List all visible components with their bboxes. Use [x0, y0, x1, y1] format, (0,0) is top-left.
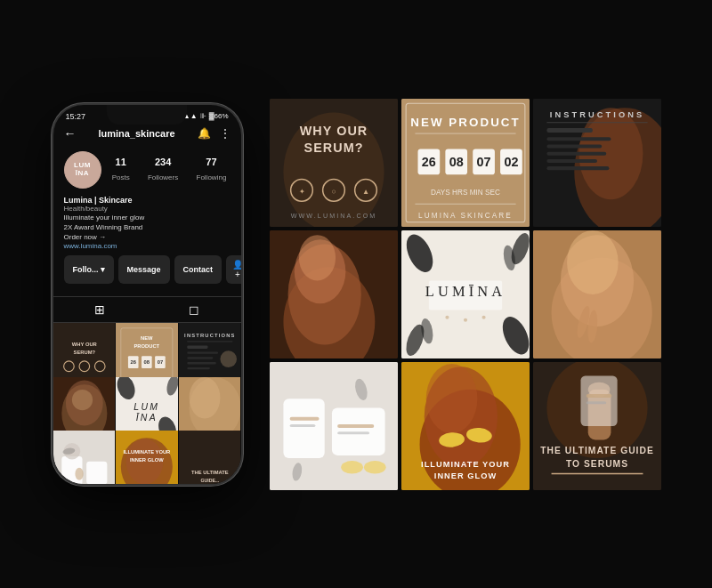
bio-section: Lumina | Skincare Health/beauty Illumina…: [64, 196, 231, 251]
grid-item-illuminate[interactable]: ILLUMINATE YOUR INNER GLOW: [401, 362, 530, 490]
signal-icon: ⊪: [200, 112, 206, 120]
svg-point-104: [463, 318, 466, 321]
svg-text:GUIDE...: GUIDE...: [200, 478, 219, 483]
grid-item-new-product[interactable]: NEW PRODUCT 26 08 07 02 DAYS HRS MIN SEC…: [401, 99, 530, 227]
svg-rect-40: [86, 462, 107, 484]
following-count: 77: [197, 157, 227, 167]
svg-rect-114: [331, 407, 384, 455]
avatar-text: LUMĪNA: [74, 162, 91, 178]
svg-text:NEW: NEW: [141, 335, 153, 341]
posts-count: 11: [112, 157, 130, 167]
phone-mockup: 15:27 ▲▲ ⊪ ▓66% ← lumina_skincare 🔔 ⋮: [52, 103, 243, 486]
grid-item-instructions[interactable]: INSTRUCTIONS: [533, 99, 661, 227]
phone-grid-item-7[interactable]: [53, 431, 116, 483]
grid-item-product[interactable]: [270, 362, 398, 490]
svg-text:○: ○: [331, 187, 336, 195]
svg-text:08: 08: [449, 155, 463, 169]
grid-item-logo[interactable]: LUMĪNA: [401, 230, 530, 358]
battery-icon: ▓66%: [209, 112, 229, 120]
svg-rect-83: [546, 127, 592, 132]
more-icon[interactable]: ⋮: [220, 127, 231, 140]
svg-point-121: [341, 461, 363, 473]
grid-item-model-warm[interactable]: [533, 230, 661, 358]
tagged-tab[interactable]: ◻: [189, 302, 199, 317]
follow-button[interactable]: Follo... ▾: [64, 255, 114, 284]
instagram-grid: WHY OUR SERUM? ✦ ○ ▲ WWW.LUMINA.COM NEW …: [270, 99, 661, 490]
posts-label: Posts: [112, 173, 130, 181]
svg-text:WWW.LUMINA.COM: WWW.LUMINA.COM: [290, 211, 376, 219]
phone-grid-item-9[interactable]: THE ULTIMATE GUIDE...: [179, 431, 241, 483]
svg-text:26: 26: [421, 155, 435, 169]
add-person-button[interactable]: 👤+: [226, 255, 240, 284]
svg-rect-116: [289, 423, 315, 426]
phone-notch: [107, 105, 187, 125]
bio-text: Illuminate your inner glow 2X Award Winn…: [64, 213, 231, 243]
svg-text:THE ULTIMATE GUIDE: THE ULTIMATE GUIDE: [540, 445, 654, 455]
phone-grid-item-8[interactable]: ILLUMINATE YOUR INNER GLOW: [116, 431, 178, 483]
svg-text:INSTRUCTIONS: INSTRUCTIONS: [549, 109, 643, 118]
svg-point-43: [75, 468, 83, 480]
follow-label: Follo...: [73, 265, 99, 274]
phone-nav: ← lumina_skincare 🔔 ⋮: [53, 123, 241, 146]
phone-grid-item-2[interactable]: NEW PRODUCT 26 08 07: [116, 323, 178, 385]
svg-text:NEW PRODUCT: NEW PRODUCT: [410, 115, 521, 128]
avatar: LUMĪNA: [64, 151, 101, 189]
svg-text:WHY OUR: WHY OUR: [299, 124, 368, 138]
svg-point-24: [220, 350, 237, 367]
svg-text:▲: ▲: [361, 187, 368, 195]
svg-text:SERUM?: SERUM?: [73, 350, 95, 355]
svg-rect-20: [187, 352, 218, 354]
back-button[interactable]: ←: [64, 126, 77, 141]
bell-icon[interactable]: 🔔: [198, 127, 211, 140]
svg-rect-22: [187, 362, 216, 364]
grid-item-ultimate-guide[interactable]: THE ULTIMATE GUIDE TO SERUMS: [533, 362, 661, 490]
phone-grid-item-1[interactable]: WHY OUR SERUM?: [53, 323, 116, 385]
contact-button[interactable]: Contact: [174, 255, 222, 284]
svg-text:✦: ✦: [298, 187, 304, 195]
svg-text:07: 07: [476, 155, 490, 169]
stat-followers[interactable]: 234 Followers: [148, 157, 178, 183]
svg-text:DAYS  HRS  MIN  SEC: DAYS HRS MIN SEC: [431, 189, 500, 197]
svg-text:ĪNA: ĪNA: [136, 412, 158, 422]
phone-grid-item-5[interactable]: LUM ĪNA: [116, 377, 178, 439]
followers-label: Followers: [148, 173, 178, 181]
message-button[interactable]: Message: [118, 255, 170, 284]
svg-rect-88: [546, 166, 609, 170]
svg-text:ILLUMINATE YOUR: ILLUMINATE YOUR: [124, 449, 172, 455]
grid-view-tab[interactable]: ⊞: [94, 302, 105, 317]
svg-text:08: 08: [144, 360, 150, 366]
nav-icons: 🔔 ⋮: [198, 127, 231, 140]
phone-screen: 15:27 ▲▲ ⊪ ▓66% ← lumina_skincare 🔔 ⋮: [53, 105, 241, 484]
svg-rect-115: [289, 416, 319, 420]
phone-grid-item-6[interactable]: [179, 377, 241, 439]
stat-following[interactable]: 77 Following: [197, 157, 227, 183]
bio-link[interactable]: www.lumina.com: [64, 242, 231, 250]
svg-text:INNER GLOW: INNER GLOW: [130, 457, 164, 463]
grid-tabs: ⊞ ◻: [53, 296, 241, 323]
svg-rect-86: [546, 151, 606, 155]
scene: 15:27 ▲▲ ⊪ ▓66% ← lumina_skincare 🔔 ⋮: [34, 81, 679, 508]
svg-text:PRODUCT: PRODUCT: [134, 343, 160, 349]
svg-rect-87: [546, 158, 597, 162]
grid-item-why-serum[interactable]: WHY OUR SERUM? ✦ ○ ▲ WWW.LUMINA.COM: [270, 99, 398, 227]
status-icons: ▲▲ ⊪ ▓66%: [183, 112, 229, 120]
svg-text:26: 26: [131, 360, 137, 366]
svg-text:07: 07: [158, 360, 163, 366]
profile-username: lumina_skincare: [98, 128, 174, 139]
profile-row: LUMĪNA 11 Posts 234 Followers 77: [64, 151, 231, 189]
svg-text:LUM: LUM: [134, 402, 159, 412]
svg-rect-135: [580, 375, 617, 426]
svg-text:LUMĪNA: LUMĪNA: [425, 283, 505, 300]
svg-rect-21: [187, 357, 213, 358]
svg-rect-113: [283, 399, 324, 458]
phone-grid-item-4[interactable]: [53, 377, 116, 439]
svg-point-105: [481, 315, 485, 318]
svg-text:02: 02: [504, 155, 518, 169]
phone-grid-item-3[interactable]: INSTRUCTIONS: [179, 323, 241, 385]
grid-item-model-dark[interactable]: [270, 230, 398, 358]
phone-grid: WHY OUR SERUM? NEW PRODUCT: [53, 323, 241, 483]
svg-point-37: [189, 377, 220, 418]
svg-point-122: [363, 461, 385, 473]
svg-point-126: [425, 364, 477, 433]
svg-rect-137: [586, 401, 606, 404]
